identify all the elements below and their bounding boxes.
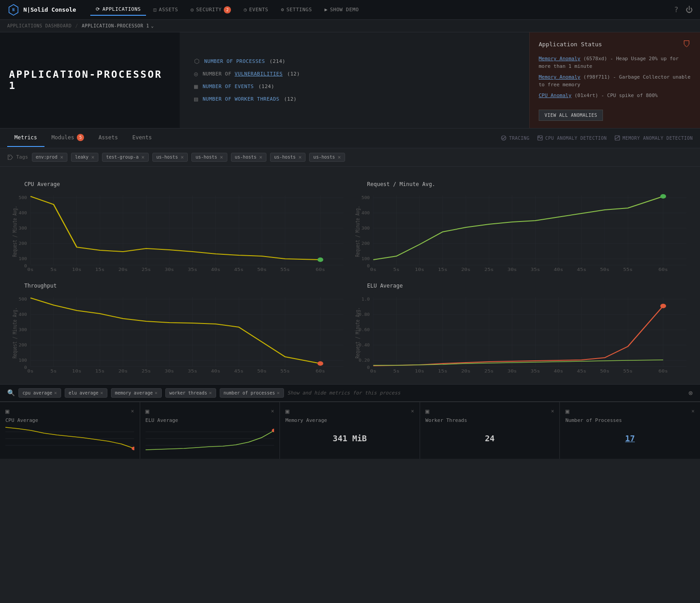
nav-security[interactable]: ◎SECURITY 2 — [185, 4, 236, 16]
app-title: APPLICATION-PROCESSOR 1 — [9, 69, 171, 91]
svg-text:45s: 45s — [234, 368, 244, 373]
filter-remove-threads[interactable]: × — [209, 390, 212, 396]
svg-text:15s: 15s — [438, 368, 447, 373]
tag-chip-2[interactable]: test-group-a× — [102, 153, 148, 162]
anomaly-1: Memory Anomaly (6578xd) - Heap Usage 20%… — [539, 55, 691, 70]
svg-text:0: 0 — [24, 264, 27, 268]
metric-card-memory: ▣ × Memory Average 341 MiB — [280, 402, 420, 459]
svg-text:5s: 5s — [50, 267, 57, 271]
status-title: Application Status — [539, 41, 602, 48]
chart-throughput-container: 500 400 300 200 100 0 — [11, 293, 346, 373]
stat-processes-link[interactable]: NUMBER OF PROCESSES — [204, 58, 265, 64]
stat-threads-count: (12) — [284, 96, 297, 102]
metric-card-threads-close[interactable]: × — [551, 408, 554, 414]
anomaly-3-link[interactable]: CPU Anomaly — [539, 93, 572, 98]
filter-chip-processes[interactable]: number of processes× — [220, 388, 284, 398]
tag-chip-6[interactable]: us-hosts× — [270, 153, 306, 162]
filter-remove-cpu[interactable]: × — [54, 390, 57, 396]
nav-right-icons: ? ⏻ — [674, 5, 693, 14]
tag-chip-5[interactable]: us-hosts× — [231, 153, 266, 162]
svg-text:60s: 60s — [659, 267, 668, 271]
tabs-right: TRACING CPU ANOMALY DETECTION MEMORY ANO… — [501, 135, 693, 141]
svg-text:50s: 50s — [600, 267, 610, 271]
breadcrumb-parent[interactable]: APPLICATIONS DASHBOARD — [7, 23, 71, 28]
metric-card-processes-close[interactable]: × — [691, 408, 695, 414]
nav-assets[interactable]: ◫ASSETS — [148, 4, 183, 15]
anomaly-2-link[interactable]: Memory Anomaly — [539, 74, 580, 80]
tab-events[interactable]: Events — [125, 129, 159, 147]
filter-remove-elu[interactable]: × — [100, 390, 103, 396]
nav-demo[interactable]: ▶SHOW DEMO — [319, 4, 364, 15]
metric-card-elu-close[interactable]: × — [271, 408, 274, 414]
svg-text:40s: 40s — [554, 368, 563, 373]
svg-text:Request / Minute Avg.: Request / Minute Avg. — [354, 206, 360, 257]
svg-text:5s: 5s — [393, 368, 399, 373]
nav-events[interactable]: ◷EVENTS — [238, 4, 274, 15]
tracing-link[interactable]: TRACING — [501, 135, 530, 141]
filter-chip-memory[interactable]: memory average× — [111, 388, 162, 398]
tag-remove-1[interactable]: × — [91, 155, 94, 160]
tag-chip-1[interactable]: leaky× — [71, 153, 98, 162]
tab-metrics[interactable]: Metrics — [7, 129, 44, 147]
svg-text:35s: 35s — [188, 267, 197, 271]
logo-text: N|Solid Console — [23, 6, 76, 13]
help-icon[interactable]: ? — [674, 5, 678, 14]
anomaly-1-id: (6578xd) — [583, 56, 607, 62]
tab-assets[interactable]: Assets — [91, 129, 125, 147]
filter-chip-elu[interactable]: elu average× — [65, 388, 107, 398]
svg-text:40s: 40s — [211, 368, 220, 373]
view-all-anomalies-button[interactable]: VIEW ALL ANOMALIES — [539, 110, 603, 121]
app-title-panel: APPLICATION-PROCESSOR 1 — [0, 32, 180, 128]
filter-remove-processes[interactable]: × — [277, 390, 280, 396]
metric-card-processes-value[interactable]: 17 — [625, 434, 635, 443]
svg-text:400: 400 — [361, 211, 370, 215]
svg-text:60s: 60s — [316, 368, 325, 373]
metric-card-cpu-chart — [5, 425, 134, 452]
filter-chip-threads[interactable]: worker threads× — [165, 388, 216, 398]
tab-modules[interactable]: Modules 5 — [44, 129, 92, 147]
tag-remove-0[interactable]: × — [60, 155, 63, 160]
stat-events-link[interactable]: NUMBER OF EVENTS — [203, 84, 254, 89]
tag-remove-2[interactable]: × — [142, 155, 145, 160]
metric-card-threads-header: ▣ × — [425, 408, 554, 415]
tag-chip-7[interactable]: us-hosts× — [309, 153, 345, 162]
tag-remove-7[interactable]: × — [338, 155, 341, 160]
tag-remove-4[interactable]: × — [220, 155, 223, 160]
nav-applications[interactable]: ⟳APPLICATIONS — [90, 4, 146, 16]
filter-remove-memory[interactable]: × — [155, 390, 158, 396]
svg-text:40s: 40s — [211, 267, 220, 271]
app-header: APPLICATION-PROCESSOR 1 ⬡ NUMBER OF PROC… — [0, 32, 700, 129]
metric-card-memory-value: 341 MiB — [333, 434, 367, 443]
svg-text:40s: 40s — [554, 267, 563, 271]
svg-text:20s: 20s — [461, 267, 470, 271]
metric-card-threads-icon: ▣ — [425, 408, 429, 415]
svg-text:10s: 10s — [72, 368, 81, 373]
tags-label: Tags — [7, 154, 28, 160]
metric-card-cpu-icon: ▣ — [5, 408, 9, 415]
svg-text:35s: 35s — [188, 368, 197, 373]
tag-chip-4[interactable]: us-hosts× — [191, 153, 227, 162]
stat-threads-link[interactable]: NUMBER OF WORKER THREADS — [203, 96, 279, 102]
svg-text:200: 200 — [18, 241, 27, 246]
metric-card-cpu-close[interactable]: × — [131, 408, 134, 414]
svg-text:10s: 10s — [72, 267, 81, 271]
filter-close-button[interactable]: ⊗ — [688, 389, 693, 397]
tag-remove-3[interactable]: × — [181, 155, 184, 160]
threads-icon: ▤ — [194, 95, 198, 102]
power-icon[interactable]: ⏻ — [686, 5, 693, 14]
tag-chip-0[interactable]: env:prod× — [32, 153, 67, 162]
svg-text:0.20: 0.20 — [359, 358, 370, 363]
anomaly-1-link[interactable]: Memory Anomaly — [539, 56, 580, 62]
svg-point-169 — [132, 447, 134, 450]
svg-text:400: 400 — [18, 312, 27, 317]
memory-anomaly-link[interactable]: MEMORY ANOMALY DETECTION — [614, 135, 693, 141]
cpu-anomaly-link[interactable]: CPU ANOMALY DETECTION — [537, 135, 607, 141]
nav-settings[interactable]: ⚙SETTINGS — [275, 4, 317, 15]
filter-chip-cpu[interactable]: cpu average× — [18, 388, 61, 398]
metric-card-memory-close[interactable]: × — [411, 408, 414, 414]
tag-chip-3[interactable]: us-hosts× — [152, 153, 188, 162]
tag-remove-5[interactable]: × — [259, 155, 262, 160]
svg-text:5s: 5s — [393, 267, 399, 271]
app-logo: N N|Solid Console — [7, 4, 76, 16]
tag-remove-6[interactable]: × — [298, 155, 301, 160]
